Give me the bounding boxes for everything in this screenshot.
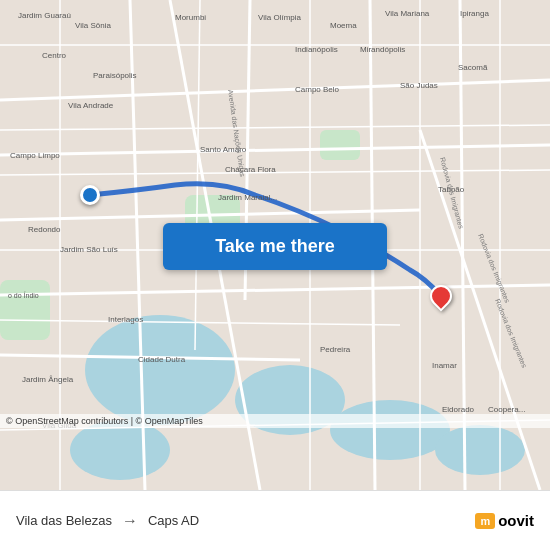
svg-text:Redondo: Redondo bbox=[28, 225, 61, 234]
take-me-there-button[interactable]: Take me there bbox=[163, 223, 387, 270]
svg-line-20 bbox=[0, 125, 550, 130]
svg-text:Ipiranga: Ipiranga bbox=[460, 9, 489, 18]
svg-text:Morumbi: Morumbi bbox=[175, 13, 206, 22]
svg-text:Centro: Centro bbox=[42, 51, 67, 60]
svg-text:Moema: Moema bbox=[330, 21, 357, 30]
svg-text:Pedreira: Pedreira bbox=[320, 345, 351, 354]
moovit-m-badge: m bbox=[475, 513, 495, 529]
svg-line-26 bbox=[195, 0, 200, 350]
svg-text:Chácara Flora: Chácara Flora bbox=[225, 165, 276, 174]
svg-text:Paraisópolis: Paraisópolis bbox=[93, 71, 137, 80]
footer-origin-label: Vila das Belezas bbox=[16, 513, 112, 528]
svg-text:Vila Mariana: Vila Mariana bbox=[385, 9, 430, 18]
svg-text:o do Índio: o do Índio bbox=[8, 291, 39, 299]
svg-point-2 bbox=[330, 400, 450, 460]
moovit-logo: m oovit bbox=[475, 512, 534, 529]
map-container: Jardim Guaraú Vila Sônia Morumbi Vila Ol… bbox=[0, 0, 550, 490]
svg-text:Vila Andrade: Vila Andrade bbox=[68, 101, 114, 110]
svg-text:Jardim São Luís: Jardim São Luís bbox=[60, 245, 118, 254]
svg-text:Cidade Dutra: Cidade Dutra bbox=[138, 355, 186, 364]
svg-line-9 bbox=[0, 145, 550, 155]
svg-line-8 bbox=[0, 80, 550, 100]
svg-text:Rodovia dos Imigrantes: Rodovia dos Imigrantes bbox=[493, 298, 528, 370]
moovit-wordmark: oovit bbox=[498, 512, 534, 529]
svg-text:Vila Olímpia: Vila Olímpia bbox=[258, 13, 302, 22]
svg-text:Interlagos: Interlagos bbox=[108, 315, 143, 324]
svg-text:Campo Limpo: Campo Limpo bbox=[10, 151, 60, 160]
svg-text:Jardim Guaraú: Jardim Guaraú bbox=[18, 11, 71, 20]
svg-text:Indianópolis: Indianópolis bbox=[295, 45, 338, 54]
svg-text:Vila Sônia: Vila Sônia bbox=[75, 21, 111, 30]
svg-text:Sacomã: Sacomã bbox=[458, 63, 488, 72]
footer-destination-label: Caps AD bbox=[148, 513, 199, 528]
svg-text:Campo Belo: Campo Belo bbox=[295, 85, 340, 94]
svg-text:Coopera...: Coopera... bbox=[488, 405, 525, 414]
footer-arrow-icon: → bbox=[122, 512, 138, 530]
svg-text:Jardim Ângela: Jardim Ângela bbox=[22, 375, 74, 384]
svg-text:Inamar: Inamar bbox=[432, 361, 457, 370]
svg-text:Mirandópolis: Mirandópolis bbox=[360, 45, 405, 54]
svg-text:Jardim Maraial...: Jardim Maraial... bbox=[218, 193, 277, 202]
svg-text:Eldorado: Eldorado bbox=[442, 405, 475, 414]
map-attribution: © OpenStreetMap contributors | © OpenMap… bbox=[0, 414, 550, 428]
svg-point-0 bbox=[85, 315, 235, 425]
origin-marker bbox=[80, 185, 100, 205]
svg-text:Rodovia dos Imigrantes: Rodovia dos Imigrantes bbox=[476, 233, 511, 305]
svg-point-3 bbox=[435, 425, 525, 475]
svg-text:São Judas: São Judas bbox=[400, 81, 438, 90]
svg-rect-6 bbox=[320, 130, 360, 160]
footer-bar: Vila das Belezas → Caps AD m oovit bbox=[0, 490, 550, 550]
svg-line-11 bbox=[0, 285, 550, 295]
svg-rect-7 bbox=[0, 280, 50, 340]
